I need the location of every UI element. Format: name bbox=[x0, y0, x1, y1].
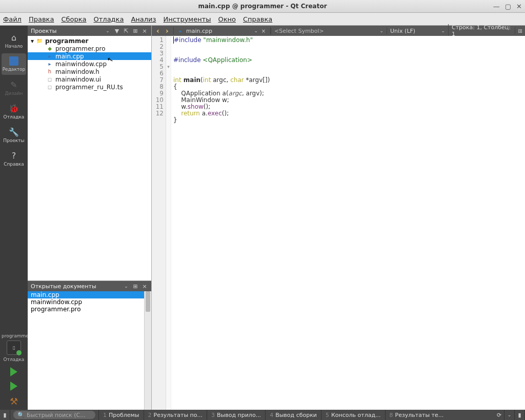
mode-edit[interactable]: Редактор bbox=[2, 53, 26, 75]
menu-debug[interactable]: Отладка bbox=[94, 15, 124, 23]
close-file-icon[interactable]: × bbox=[260, 27, 267, 34]
projects-panel-title: Проекты bbox=[31, 28, 104, 34]
encoding-label: Unix (LF) bbox=[390, 28, 415, 34]
open-doc-item[interactable]: mainwindow.cpp bbox=[28, 298, 151, 306]
toggle-sidebar-icon[interactable]: ▮ bbox=[0, 410, 10, 420]
quick-search-input[interactable]: 🔍 Быстрый поиск (C... bbox=[13, 411, 95, 419]
open-docs-list[interactable]: main.cppmainwindow.cppprogrammer.pro bbox=[28, 291, 151, 410]
tree-item[interactable]: ▸mainwindow.cpp bbox=[28, 60, 151, 68]
chevron-down-icon: ⌄ bbox=[379, 28, 383, 33]
menubar: Файл Правка Сборка Отладка Анализ Инстру… bbox=[0, 13, 525, 26]
mode-welcome[interactable]: ⌂ Начало bbox=[2, 30, 26, 51]
edit-icon bbox=[9, 56, 18, 66]
status-item[interactable]: 8Результаты те... bbox=[385, 410, 448, 420]
menu-help[interactable]: Справка bbox=[243, 15, 272, 23]
code-content[interactable]: #include "mainwindow.h" #include <QAppli… bbox=[171, 36, 525, 410]
nav-back-button[interactable]: ‹ bbox=[154, 27, 162, 35]
run-button[interactable] bbox=[10, 367, 17, 376]
mode-design[interactable]: ✎ Дизайн bbox=[2, 77, 26, 98]
tree-item[interactable]: ◆programmer.pro bbox=[28, 45, 151, 52]
file-h-icon: h bbox=[46, 69, 53, 75]
open-doc-item[interactable]: main.cpp bbox=[28, 291, 151, 298]
window-controls: — ▢ ✕ bbox=[493, 3, 522, 10]
status-item-number: 4 bbox=[270, 412, 273, 418]
tree-item-label: main.cpp bbox=[55, 53, 84, 60]
line-number: 12 bbox=[152, 110, 164, 117]
project-tree[interactable]: ▾ 📁 programmer ◆programmer.pro▸main.cpp▸… bbox=[28, 36, 151, 281]
close-icon[interactable]: ✕ bbox=[516, 3, 522, 10]
expand-icon[interactable]: ▾ bbox=[31, 37, 34, 45]
open-doc-item[interactable]: programmer.pro bbox=[28, 306, 151, 313]
window-titlebar: main.cpp @ programmer - Qt Creator — ▢ ✕ bbox=[0, 0, 525, 13]
chevron-down-icon[interactable]: ⌄ bbox=[123, 283, 130, 290]
folder-icon: 📁 bbox=[36, 38, 43, 44]
symbol-selector[interactable]: <Select Symbol> ⌄ bbox=[271, 28, 387, 34]
tree-item-label: mainwindow.h bbox=[55, 68, 99, 75]
status-item-label: Результаты по... bbox=[154, 412, 203, 418]
progress-icon[interactable]: ⟳ bbox=[494, 410, 504, 420]
home-icon: ⌂ bbox=[9, 32, 19, 43]
mode-help[interactable]: ? Справка bbox=[2, 148, 26, 169]
kit-selector[interactable]: programmer ▯ Отладка bbox=[2, 331, 26, 364]
maximize-icon[interactable]: ▢ bbox=[505, 3, 511, 10]
menu-edit[interactable]: Правка bbox=[29, 15, 54, 23]
file-cpp-icon: ▸ bbox=[46, 61, 53, 67]
tree-item[interactable]: ◻mainwindow.ui bbox=[28, 75, 151, 83]
file-selector[interactable]: ▸ main.cpp ⌄ × bbox=[173, 27, 271, 34]
tree-item[interactable]: ◻programmer_ru_RU.ts bbox=[28, 83, 151, 91]
status-item[interactable]: 1Проблемы bbox=[98, 410, 144, 420]
mode-projects[interactable]: 🔧 Проекты bbox=[2, 124, 26, 146]
status-item-label: Проблемы bbox=[109, 412, 139, 418]
status-item[interactable]: 4Вывод сборки bbox=[265, 410, 321, 420]
panel-close-icon[interactable]: × bbox=[141, 27, 148, 34]
run-buttons: ⚒ bbox=[10, 364, 18, 410]
split-icon[interactable]: ⊞ bbox=[132, 283, 139, 290]
status-item-number: 2 bbox=[148, 412, 152, 418]
menu-analyze[interactable]: Анализ bbox=[131, 15, 156, 23]
side-panel: Проекты ⌄ ▼ ⇱ ⊞ × ▾ 📁 programmer ◆progra… bbox=[28, 26, 152, 410]
status-item[interactable]: 3Вывод прило... bbox=[207, 410, 265, 420]
status-item-number: 8 bbox=[390, 412, 393, 418]
debug-run-button[interactable] bbox=[10, 382, 17, 391]
menu-tools[interactable]: Инструменты bbox=[163, 15, 211, 23]
projects-panel-header: Проекты ⌄ ▼ ⇱ ⊞ × bbox=[28, 26, 151, 36]
encoding-selector[interactable]: Unix (LF) ⌄ bbox=[387, 28, 448, 34]
mode-bar: ⌂ Начало Редактор ✎ Дизайн 🐞 Отладка 🔧 П… bbox=[0, 26, 28, 410]
split-icon[interactable]: ⊞ bbox=[132, 27, 139, 34]
menu-window[interactable]: Окно bbox=[218, 15, 236, 23]
file-cpp-icon: ▸ bbox=[46, 53, 53, 59]
link-icon[interactable]: ⇱ bbox=[123, 27, 130, 34]
tree-root[interactable]: ▾ 📁 programmer bbox=[28, 37, 151, 45]
tree-item-label: mainwindow.cpp bbox=[55, 61, 107, 68]
window-title: main.cpp @ programmer - Qt Creator bbox=[0, 3, 525, 10]
split-editor-icon[interactable]: ⊞ bbox=[515, 27, 525, 34]
editor-toolbar: ‹ › ▸ main.cpp ⌄ × <Select Symbol> ⌄ Uni… bbox=[152, 26, 525, 36]
scrollbar[interactable] bbox=[144, 291, 151, 410]
chevron-down-icon[interactable]: ⌄ bbox=[504, 410, 515, 420]
kit-device-icon: ▯ bbox=[7, 341, 21, 355]
menu-file[interactable]: Файл bbox=[3, 15, 22, 23]
build-button[interactable]: ⚒ bbox=[10, 396, 18, 407]
nav-forward-button[interactable]: › bbox=[163, 27, 171, 35]
editor-area: ‹ › ▸ main.cpp ⌄ × <Select Symbol> ⌄ Uni… bbox=[152, 26, 525, 410]
filter-icon[interactable]: ▼ bbox=[113, 27, 120, 34]
fold-gutter[interactable]: ▾ bbox=[166, 36, 171, 410]
chevron-down-icon: ⌄ bbox=[441, 28, 445, 33]
mode-debug[interactable]: 🐞 Отладка bbox=[2, 101, 26, 122]
menu-build[interactable]: Сборка bbox=[61, 15, 86, 23]
scrollbar-thumb[interactable] bbox=[146, 291, 150, 312]
status-item[interactable]: 5Консоль отлад... bbox=[321, 410, 385, 420]
tree-item[interactable]: hmainwindow.h bbox=[28, 68, 151, 75]
status-item[interactable]: 2Результаты по... bbox=[144, 410, 207, 420]
fold-marker-icon[interactable]: ▾ bbox=[166, 64, 171, 70]
toggle-right-sidebar-icon[interactable]: ▮ bbox=[515, 410, 525, 420]
chevron-down-icon[interactable]: ⌄ bbox=[254, 28, 258, 33]
tree-item[interactable]: ▸main.cpp bbox=[28, 52, 151, 60]
code-editor[interactable]: 123456789101112 ▾ #include "mainwindow.h… bbox=[152, 36, 525, 410]
panel-close-icon[interactable]: × bbox=[141, 283, 148, 290]
status-item-label: Результаты те... bbox=[395, 412, 444, 418]
minimize-icon[interactable]: — bbox=[493, 3, 500, 10]
bug-icon: 🐞 bbox=[9, 103, 19, 113]
chevron-down-icon[interactable]: ⌄ bbox=[104, 27, 111, 34]
kit-name: programmer bbox=[2, 333, 26, 338]
